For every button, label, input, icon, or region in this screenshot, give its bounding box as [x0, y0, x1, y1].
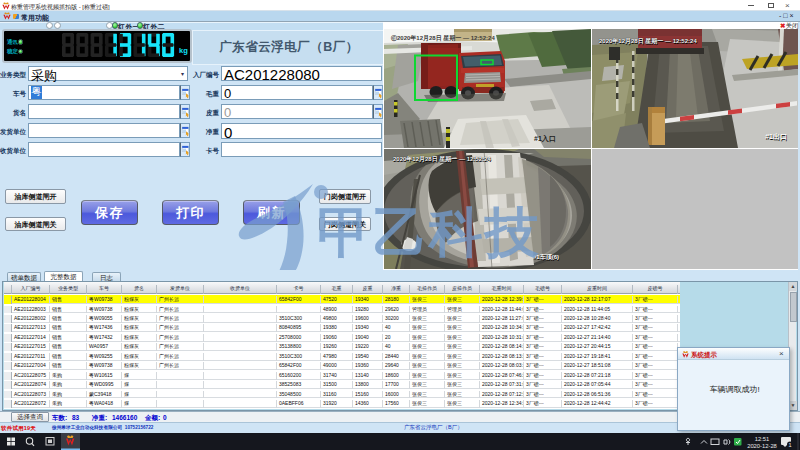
- svg-text:2020-12-28: 2020-12-28: [747, 443, 777, 449]
- svg-text:1: 1: [788, 442, 791, 448]
- svg-text:12:51: 12:51: [755, 436, 770, 442]
